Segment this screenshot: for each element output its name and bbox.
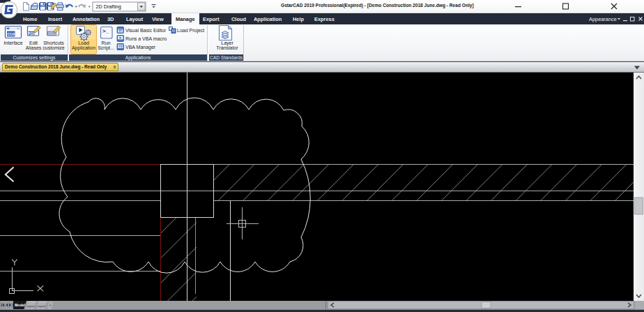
svg-text:2D Drafting: 2D Drafting bbox=[96, 3, 121, 10]
